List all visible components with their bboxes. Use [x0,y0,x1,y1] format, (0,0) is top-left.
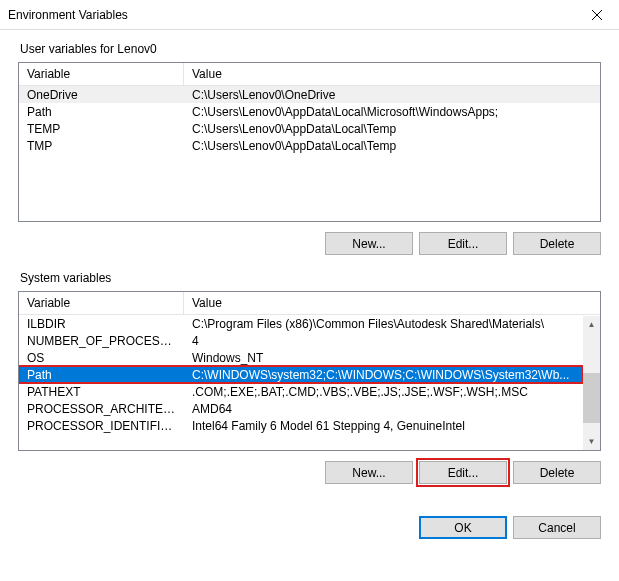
table-row[interactable]: TMP C:\Users\Lenov0\AppData\Local\Temp [19,137,600,154]
edit-button[interactable]: Edit... [419,232,507,255]
cell-variable: PROCESSOR_IDENTIFIER [19,418,184,434]
scroll-up-icon[interactable]: ▲ [583,316,600,333]
cell-value: C:\Users\Lenov0\AppData\Local\Temp [184,138,600,154]
system-button-row: New... Edit... Delete [18,461,601,484]
cell-variable: OneDrive [19,87,184,103]
dialog-button-row: OK Cancel [0,516,619,551]
cell-value: Windows_NT [184,350,583,366]
cell-variable: OS [19,350,184,366]
table-row[interactable]: OS Windows_NT [19,349,583,366]
cell-variable: TMP [19,138,184,154]
dialog-content: User variables for Lenov0 Variable Value… [0,30,619,508]
new-button[interactable]: New... [325,461,413,484]
table-row[interactable]: Path C:\Users\Lenov0\AppData\Local\Micro… [19,103,600,120]
table-row[interactable]: PROCESSOR_IDENTIFIER Intel64 Family 6 Mo… [19,417,583,434]
scrollbar[interactable]: ▲ ▼ [583,316,600,450]
close-button[interactable] [574,0,619,30]
cancel-button[interactable]: Cancel [513,516,601,539]
scroll-track[interactable] [583,333,600,433]
table-row[interactable]: OneDrive C:\Users\Lenov0\OneDrive [19,86,600,103]
cell-variable: PROCESSOR_ARCHITECTURE [19,401,184,417]
table-row[interactable]: TEMP C:\Users\Lenov0\AppData\Local\Temp [19,120,600,137]
cell-variable: ILBDIR [19,316,184,332]
column-header-variable[interactable]: Variable [19,63,184,85]
cell-variable: Path [19,104,184,120]
user-table-body: OneDrive C:\Users\Lenov0\OneDrive Path C… [19,86,600,220]
scroll-down-icon[interactable]: ▼ [583,433,600,450]
cell-value: .COM;.EXE;.BAT;.CMD;.VBS;.VBE;.JS;.JSE;.… [184,384,583,400]
table-row[interactable]: PROCESSOR_ARCHITECTURE AMD64 [19,400,583,417]
dialog-title: Environment Variables [8,8,128,22]
cell-value: C:\Users\Lenov0\OneDrive [184,87,600,103]
cell-value: Intel64 Family 6 Model 61 Stepping 4, Ge… [184,418,583,434]
delete-button[interactable]: Delete [513,232,601,255]
edit-button[interactable]: Edit... [419,461,507,484]
titlebar: Environment Variables [0,0,619,30]
user-variables-section: User variables for Lenov0 Variable Value… [18,42,601,255]
cell-variable: NUMBER_OF_PROCESSORS [19,333,184,349]
cell-value: C:\WINDOWS\system32;C:\WINDOWS;C:\WINDOW… [184,367,583,383]
cell-variable: PATHEXT [19,384,184,400]
new-button[interactable]: New... [325,232,413,255]
cell-value: C:\Users\Lenov0\AppData\Local\Temp [184,121,600,137]
system-variables-section: System variables Variable Value ILBDIR C… [18,271,601,484]
table-row-selected[interactable]: Path C:\WINDOWS\system32;C:\WINDOWS;C:\W… [19,366,583,383]
table-header: Variable Value [19,292,600,315]
user-section-label: User variables for Lenov0 [18,42,601,56]
system-table-body: ILBDIR C:\Program Files (x86)\Common Fil… [19,315,583,449]
table-row[interactable]: PATHEXT .COM;.EXE;.BAT;.CMD;.VBS;.VBE;.J… [19,383,583,400]
cell-variable: Path [19,367,184,383]
delete-button[interactable]: Delete [513,461,601,484]
column-header-value[interactable]: Value [184,63,600,85]
column-header-variable[interactable]: Variable [19,292,184,314]
cell-value: 4 [184,333,583,349]
column-header-value[interactable]: Value [184,292,600,314]
cell-value: C:\Users\Lenov0\AppData\Local\Microsoft\… [184,104,600,120]
scroll-thumb[interactable] [583,373,600,423]
user-variables-table: Variable Value OneDrive C:\Users\Lenov0\… [18,62,601,222]
user-button-row: New... Edit... Delete [18,232,601,255]
ok-button[interactable]: OK [419,516,507,539]
system-section-label: System variables [18,271,601,285]
cell-variable: TEMP [19,121,184,137]
cell-value: AMD64 [184,401,583,417]
close-icon [592,10,602,20]
system-variables-table: Variable Value ILBDIR C:\Program Files (… [18,291,601,451]
table-header: Variable Value [19,63,600,86]
table-row[interactable]: ILBDIR C:\Program Files (x86)\Common Fil… [19,315,583,332]
cell-value: C:\Program Files (x86)\Common Files\Auto… [184,316,583,332]
table-row[interactable]: NUMBER_OF_PROCESSORS 4 [19,332,583,349]
